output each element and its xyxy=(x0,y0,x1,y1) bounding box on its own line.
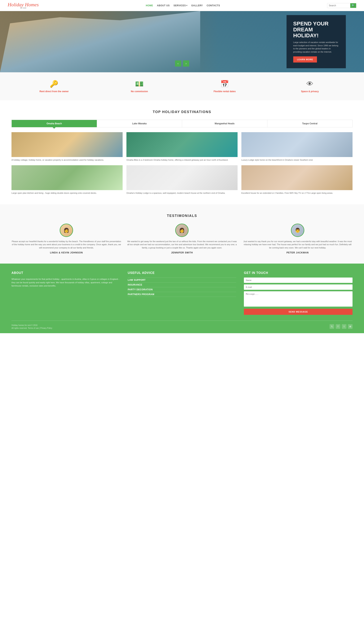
social-tumblr[interactable]: t xyxy=(342,324,346,329)
search-box: 🔍 xyxy=(327,3,356,8)
social-links: 𝕏 f t ⊕ xyxy=(330,324,352,329)
testimonials-title: TESTIMONIALS xyxy=(12,214,352,218)
footer: ABOUT Whatever your requirements for tha… xyxy=(0,264,364,333)
property-desc-5: Omaha's Holiday Lodge is a spacious, wel… xyxy=(126,192,238,194)
feature-space-privacy-label: Space & privacy xyxy=(301,90,319,93)
social-twitter[interactable]: 𝕏 xyxy=(330,324,334,329)
tab-lake-wanaka[interactable]: Lake Wanaka xyxy=(97,120,182,127)
property-card-3[interactable]: Luxury Lodge style home on the beachfron… xyxy=(242,132,352,162)
destination-tabs: Omaha Beach Lake Wanaka Mangawhai Heads … xyxy=(12,120,352,128)
property-card-5[interactable]: Omaha's Holiday Lodge is a spacious, wel… xyxy=(126,165,238,194)
property-grid: A holiday cottage, holiday home, or vaca… xyxy=(12,132,352,195)
coin-icon: 💵 xyxy=(97,80,182,88)
property-card-1[interactable]: A holiday cottage, holiday home, or vaca… xyxy=(12,132,122,162)
feature-space-privacy: 👁 Space & privacy xyxy=(267,80,352,93)
avatar-3: 👨 xyxy=(291,224,304,237)
social-facebook[interactable]: f xyxy=(336,324,340,329)
contact-email-input[interactable] xyxy=(244,284,352,290)
nav-about[interactable]: ABOUT US xyxy=(157,4,170,7)
nav-services[interactable]: SERVICES xyxy=(174,4,188,7)
eye-icon: 👁 xyxy=(267,80,352,88)
property-desc-6: Excellent house for an extended or 2 fam… xyxy=(242,192,352,194)
logo-text: Holiday Homes xyxy=(8,2,39,8)
nav-gallery[interactable]: GALLERY xyxy=(191,4,203,7)
avatar-2: 👩 xyxy=(175,224,188,237)
destinations-section: TOP HOLIDAY DESTINATIONS Omaha Beach Lak… xyxy=(0,100,364,204)
footer-copyright-text: Holiday homes for rent © 2016 xyxy=(12,324,38,326)
testimonial-text-1: Please accept our heartfelt thanks for a… xyxy=(12,240,121,250)
feature-no-commission: 💵 No commission xyxy=(97,80,182,93)
contact-send-button[interactable]: SEND MESSAGE xyxy=(244,309,352,315)
calendar-icon: 📅 xyxy=(182,80,268,88)
testimonial-text-2: We wanted to get away for the weekend ju… xyxy=(127,240,237,250)
main-nav: HOME ABOUT US SERVICES GALLERY CONTACTS xyxy=(146,4,220,7)
testimonials-grid: 👩 Please accept our heartfelt thanks for… xyxy=(12,224,352,254)
logo: Holiday Homes for rent xyxy=(8,2,39,9)
footer-contact-title: GET IN TOUCH xyxy=(244,271,352,275)
testimonial-3: 👨 Just wanted to say thank you for our r… xyxy=(243,224,352,254)
footer-link-party[interactable]: PARTY DECORATION xyxy=(128,287,236,292)
footer-advice-column: USEFUL ADVICE LAW SUPPORT INSURANCE PART… xyxy=(128,271,236,315)
hero-content-box: SPEND YOUR DREAM HOLIDAY! Large selectio… xyxy=(286,15,346,68)
property-desc-2: Omaha Bliss is a 3 bedroom Omaha holiday… xyxy=(126,158,238,162)
hero-learn-more-button[interactable]: LEARN MORE xyxy=(293,56,317,62)
contact-name-input[interactable] xyxy=(244,278,352,283)
testimonials-section: TESTIMONIALS 👩 Please accept our heartfe… xyxy=(0,204,364,264)
feature-flexible-dates: 📅 Flexible rental dates xyxy=(182,80,268,93)
tab-taupo-central[interactable]: Taupo Central xyxy=(268,120,352,127)
footer-advice-title: USEFUL ADVICE xyxy=(128,271,236,275)
property-image-2 xyxy=(126,132,238,157)
feature-rent-direct: 🔑 Rent direct from the owner xyxy=(12,80,97,93)
property-image-4 xyxy=(12,165,122,190)
footer-about-column: ABOUT Whatever your requirements for tha… xyxy=(12,271,120,315)
property-card-6[interactable]: Excellent house for an extended or 2 fam… xyxy=(242,165,352,194)
property-image-1 xyxy=(12,132,122,157)
footer-about-text: Whatever your requirements for that perf… xyxy=(12,278,120,288)
search-input[interactable] xyxy=(327,3,350,8)
hero-section: SPEND YOUR DREAM HOLIDAY! Large selectio… xyxy=(0,11,364,72)
property-card-2[interactable]: Omaha Bliss is a 3 bedroom Omaha holiday… xyxy=(126,132,238,162)
footer-copyright: Holiday homes for rent © 2016 All rights… xyxy=(12,324,52,329)
testimonial-name-2: JENNIFER SMITH xyxy=(171,251,193,254)
header: Holiday Homes for rent HOME ABOUT US SER… xyxy=(0,0,364,11)
testimonial-1: 👩 Please accept our heartfelt thanks for… xyxy=(12,224,121,254)
property-image-3 xyxy=(242,132,352,157)
feature-no-commission-label: No commission xyxy=(131,90,148,93)
hero-prev-button[interactable]: ‹ xyxy=(175,60,181,66)
property-image-5 xyxy=(126,165,238,190)
footer-links-list: LAW SUPPORT INSURANCE PARTY DECORATION P… xyxy=(128,278,236,297)
hero-description: Large selection of vacation rentals worl… xyxy=(293,41,339,53)
nav-contacts[interactable]: CONTACTS xyxy=(206,4,220,7)
property-desc-1: A holiday cottage, holiday home, or vaca… xyxy=(12,158,122,162)
nav-home[interactable]: HOME xyxy=(146,4,153,7)
testimonial-text-3: Just wanted to say thank you for our rec… xyxy=(243,240,352,250)
footer-link-partners[interactable]: PARTNERS PROGRAM xyxy=(128,292,236,297)
property-image-6 xyxy=(242,165,352,190)
contact-message-input[interactable] xyxy=(244,291,352,306)
key-icon: 🔑 xyxy=(12,80,97,88)
property-desc-3: Luxury Lodge style home on the beachfron… xyxy=(242,158,352,162)
search-button[interactable]: 🔍 xyxy=(350,3,356,8)
footer-link-law[interactable]: LAW SUPPORT xyxy=(128,278,236,282)
avatar-1: 👩 xyxy=(60,224,73,237)
property-card-4[interactable]: Large open plan kitchen and living - hug… xyxy=(12,165,122,194)
features-section: 🔑 Rent direct from the owner 💵 No commis… xyxy=(0,72,364,100)
feature-flexible-dates-label: Flexible rental dates xyxy=(214,90,236,93)
footer-bottom: Holiday homes for rent © 2016 All rights… xyxy=(12,320,352,329)
hero-navigation: ‹ › xyxy=(175,60,189,66)
testimonial-name-3: PETER JACKMAN xyxy=(286,251,309,254)
footer-grid: ABOUT Whatever your requirements for tha… xyxy=(12,271,352,315)
tab-mangawhai-heads[interactable]: Mangawhai Heads xyxy=(182,120,268,127)
testimonial-2: 👩 We wanted to get away for the weekend … xyxy=(127,224,237,254)
footer-link-insurance[interactable]: INSURANCE xyxy=(128,282,236,287)
feature-rent-direct-label: Rent direct from the owner xyxy=(40,90,69,93)
social-rss[interactable]: ⊕ xyxy=(348,324,352,329)
footer-contact-column: GET IN TOUCH SEND MESSAGE xyxy=(244,271,352,315)
tab-omaha-beach[interactable]: Omaha Beach xyxy=(12,120,97,127)
hero-next-button[interactable]: › xyxy=(183,60,189,66)
footer-form: SEND MESSAGE xyxy=(244,278,352,315)
testimonial-name-1: LINDA & KEVIN JOHNSON xyxy=(50,251,83,254)
footer-about-title: ABOUT xyxy=(12,271,120,275)
hero-title: SPEND YOUR DREAM HOLIDAY! xyxy=(293,21,339,38)
footer-rights-text: All rights reserved. Terms of use | Priv… xyxy=(12,327,52,329)
